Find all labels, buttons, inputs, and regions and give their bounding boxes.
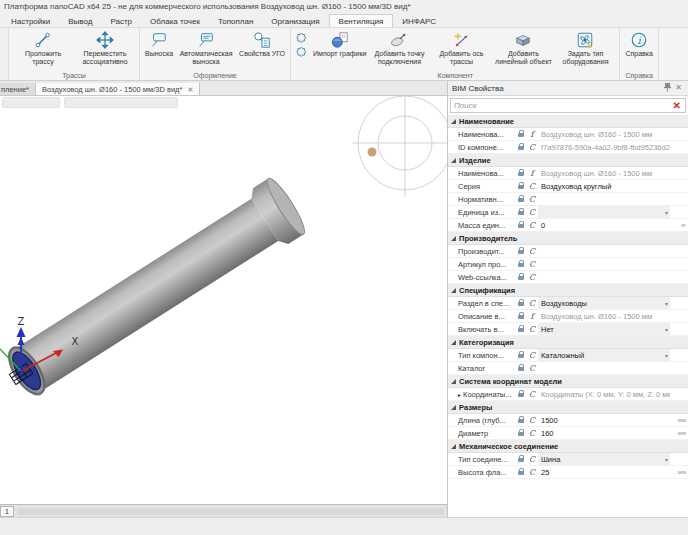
property-row: Наименова...fВоздуховод шн. Ø160 - 1500 … bbox=[448, 167, 688, 180]
search-input[interactable] bbox=[451, 101, 669, 110]
auto-callout-button[interactable]: Автоматическая выноска bbox=[175, 30, 237, 66]
property-value[interactable]: Воздуховод круглый bbox=[538, 180, 670, 192]
puzzle-icons[interactable] bbox=[294, 30, 311, 57]
property-value[interactable]: 160 bbox=[538, 427, 670, 439]
section-header[interactable]: Наименование bbox=[448, 115, 688, 128]
horizontal-scrollbar[interactable] bbox=[17, 508, 444, 515]
property-value[interactable] bbox=[538, 362, 670, 374]
lock-icon[interactable] bbox=[516, 353, 526, 358]
clipped-ribbon-button[interactable] bbox=[0, 28, 9, 80]
route-axis-button[interactable]: Добавить ось трассы bbox=[430, 30, 492, 66]
lock-icon[interactable] bbox=[516, 366, 526, 371]
menu-tab-4[interactable]: Облака точек bbox=[141, 15, 209, 27]
property-row: Тип соедине...CШина bbox=[448, 453, 688, 466]
lock-icon[interactable] bbox=[516, 145, 526, 150]
property-value[interactable] bbox=[538, 271, 670, 283]
lock-icon[interactable] bbox=[516, 184, 526, 189]
lock-icon[interactable] bbox=[516, 314, 526, 319]
import-graphics-button[interactable]: Импорт графики bbox=[311, 30, 368, 59]
value-type-icon: C bbox=[526, 325, 538, 334]
menu-tab-6[interactable]: Организация bbox=[262, 15, 328, 27]
help-button[interactable]: iСправка bbox=[623, 30, 654, 59]
section-header[interactable]: Система координат модели bbox=[448, 375, 688, 388]
property-value[interactable] bbox=[538, 193, 670, 205]
section-title: Наименование bbox=[459, 117, 514, 126]
section-expander-icon bbox=[451, 288, 456, 293]
compass-marker[interactable] bbox=[368, 148, 377, 157]
property-value[interactable]: Воздуховод шн. Ø160 - 1500 мм bbox=[538, 310, 670, 322]
callout-icon bbox=[150, 31, 168, 49]
property-value[interactable] bbox=[538, 258, 670, 270]
property-value[interactable]: Координаты (X: 0 мм, Y: 0 мм, Z: 0 мм), … bbox=[538, 388, 670, 400]
lock-icon[interactable] bbox=[516, 132, 526, 137]
linear-object-button[interactable]: Добавить линейный объект bbox=[492, 30, 554, 66]
menu-tab-7[interactable]: Вентиляция bbox=[329, 14, 394, 27]
property-value[interactable]: Воздуховоды bbox=[538, 297, 670, 309]
pin-icon[interactable] bbox=[662, 83, 673, 94]
property-value[interactable]: 25 bbox=[538, 466, 670, 478]
menu-tab-8[interactable]: ИНФАРС bbox=[393, 15, 445, 27]
lock-icon[interactable] bbox=[516, 223, 526, 228]
lock-icon[interactable] bbox=[516, 392, 526, 397]
property-value[interactable]: Воздуховод шн. Ø160 - 1500 мм bbox=[538, 128, 670, 140]
route-button[interactable]: Проложить трассу bbox=[12, 30, 74, 66]
property-value[interactable]: 0 bbox=[538, 219, 670, 231]
close-tab-icon[interactable]: ✕ bbox=[187, 86, 193, 94]
lock-icon[interactable] bbox=[516, 431, 526, 436]
property-value[interactable]: Каталожный bbox=[538, 349, 670, 361]
property-value[interactable]: Нет bbox=[538, 323, 670, 335]
lock-icon[interactable] bbox=[516, 262, 526, 267]
model-viewport[interactable]: Z X bbox=[0, 96, 447, 504]
property-value[interactable]: Шина bbox=[538, 453, 670, 465]
value-type-icon: C bbox=[526, 468, 538, 477]
lock-icon[interactable] bbox=[516, 249, 526, 254]
linear-object-icon bbox=[514, 31, 532, 49]
lock-icon[interactable] bbox=[516, 457, 526, 462]
section-header[interactable]: Механическое соединение bbox=[448, 440, 688, 453]
ribbon-group: Импорт графикиДобавить точку подключения… bbox=[291, 28, 620, 80]
clear-search-icon[interactable]: ✕ bbox=[669, 101, 685, 111]
lock-icon[interactable] bbox=[516, 301, 526, 306]
property-value[interactable]: Воздуховод шн. Ø160 - 1500 мм bbox=[538, 167, 670, 179]
doc-tab-1[interactable]: пление* bbox=[0, 83, 36, 95]
ugo-properties-button[interactable]: Свойства УГО bbox=[237, 30, 287, 59]
property-label: Единица из... bbox=[448, 208, 516, 217]
layout-tab[interactable]: 1 bbox=[0, 506, 14, 517]
view-compass[interactable] bbox=[352, 96, 447, 197]
row-expander-icon[interactable]: ▸ bbox=[458, 392, 461, 398]
menu-tab-5[interactable]: Топоплан bbox=[209, 15, 262, 27]
section-header[interactable]: Производитель bbox=[448, 232, 688, 245]
lock-icon[interactable] bbox=[516, 275, 526, 280]
property-value[interactable]: 1500 bbox=[538, 414, 670, 426]
axis-z-label: Z bbox=[18, 316, 25, 327]
duct-3d[interactable] bbox=[0, 175, 309, 405]
section-title: Система координат модели bbox=[459, 377, 562, 386]
property-label: Тип соедине... bbox=[448, 455, 516, 464]
close-panel-icon[interactable]: ✕ bbox=[673, 84, 684, 92]
section-header[interactable]: Спецификация bbox=[448, 284, 688, 297]
layout-tab-bar: 1 bbox=[0, 504, 447, 517]
property-value[interactable]: f7a97876-590a-4a02-9bf8-fbd95236d266 bbox=[538, 141, 670, 153]
move-button[interactable]: Переместить ассоциативно bbox=[74, 30, 136, 66]
lock-icon[interactable] bbox=[516, 171, 526, 176]
equipment-type-button[interactable]: Задать тип оборудования bbox=[554, 30, 616, 66]
connection-point-button[interactable]: Добавить точку подключения bbox=[368, 30, 430, 66]
property-value[interactable] bbox=[538, 245, 670, 257]
menu-tab-1[interactable]: Настройки bbox=[2, 15, 59, 27]
lock-icon[interactable] bbox=[516, 470, 526, 475]
section-header[interactable]: Размеры bbox=[448, 401, 688, 414]
doc-tab-2[interactable]: Воздуховод шн. Ø160 - 1500 мм/3D вид*✕ bbox=[36, 83, 200, 95]
property-value[interactable] bbox=[538, 206, 670, 218]
axis-x-label: X bbox=[72, 336, 79, 347]
lock-icon[interactable] bbox=[516, 197, 526, 202]
lock-icon[interactable] bbox=[516, 327, 526, 332]
section-expander-icon bbox=[451, 340, 456, 345]
menu-tab-2[interactable]: Вывод bbox=[59, 15, 101, 27]
section-expander-icon bbox=[451, 379, 456, 384]
section-header[interactable]: Изделие bbox=[448, 154, 688, 167]
lock-icon[interactable] bbox=[516, 418, 526, 423]
menu-tab-3[interactable]: Растр bbox=[101, 15, 141, 27]
section-header[interactable]: Категоризация bbox=[448, 336, 688, 349]
lock-icon[interactable] bbox=[516, 210, 526, 215]
callout-button[interactable]: Выноска bbox=[143, 30, 175, 59]
